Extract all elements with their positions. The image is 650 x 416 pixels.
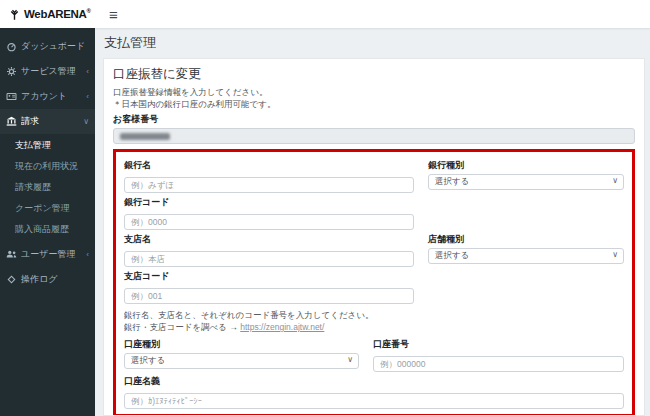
sidebar-item-dashboard[interactable]: ダッシュボード: [0, 34, 95, 59]
customer-number-field: [113, 128, 635, 144]
sidebar-item-billing-history[interactable]: 請求履歴: [0, 177, 95, 198]
sidebar-item-services[interactable]: サービス管理 ‹: [0, 59, 95, 84]
form-instruction-domestic: ＊日本国内の銀行口座のみ利用可能です。: [113, 98, 635, 110]
chevron-down-icon: ∨: [612, 176, 618, 185]
sidebar-item-billing[interactable]: 請求 ∨: [0, 109, 95, 134]
bank-type-selected-value: 選択する: [435, 176, 469, 188]
chevron-left-icon: ‹: [86, 92, 90, 101]
account-holder-label: 口座名義: [124, 375, 624, 388]
bank-type-label: 銀行種別: [428, 159, 624, 172]
sidebar-item-label: 請求: [21, 115, 79, 128]
branch-type-label: 店舗種別: [428, 233, 624, 246]
sidebar-item-label: 操作ログ: [21, 273, 90, 286]
top-bar: WebARENA® ≡: [0, 0, 650, 28]
sidebar-item-operation-log[interactable]: 操作ログ: [0, 267, 95, 292]
account-type-select[interactable]: 選択する ∨: [124, 353, 359, 369]
account-holder-input[interactable]: [124, 393, 624, 409]
account-number-input[interactable]: [373, 356, 624, 372]
chevron-down-icon: ∨: [612, 250, 618, 259]
branch-name-label: 支店名: [124, 233, 414, 246]
sidebar-item-label: ユーザー管理: [21, 248, 82, 261]
page-title: 支払管理: [103, 31, 645, 58]
webarena-tree-icon: [8, 7, 21, 21]
sidebar-item-user-management[interactable]: ユーザー管理 ‹: [0, 242, 95, 267]
branch-code-input[interactable]: [124, 288, 414, 304]
billing-submenu: 支払管理 現在の利用状況 請求履歴 クーポン管理 購入商品履歴: [0, 134, 95, 242]
brand-name: WebARENA®: [24, 8, 91, 20]
account-number-label: 口座番号: [373, 338, 624, 351]
branch-name-input[interactable]: [124, 251, 414, 267]
id-card-icon: [6, 91, 17, 102]
customer-number-label: お客様番号: [113, 113, 635, 126]
cogs-icon: [6, 66, 17, 77]
account-type-label: 口座種別: [124, 338, 359, 351]
sidebar-item-label: サービス管理: [21, 65, 82, 78]
branch-code-label: 支店コード: [124, 270, 414, 283]
branch-type-select[interactable]: 選択する ∨: [428, 248, 624, 264]
chevron-down-icon: ∨: [347, 355, 353, 364]
sidebar: ダッシュボード サービス管理 ‹ アカウント ‹ 請求: [0, 28, 95, 416]
bank-name-label: 銀行名: [124, 159, 414, 172]
code-entry-note: 銀行名、支店名と、それぞれのコード番号を入力してください。: [124, 309, 624, 321]
code-lookup-line: 銀行・支店コードを調べる → https://zengin.ajtw.net/: [124, 321, 624, 333]
application-window: WebARENA® ≡ ダッシュボード サービス管理 ‹: [0, 0, 650, 416]
sidebar-item-current-usage[interactable]: 現在の利用状況: [0, 156, 95, 177]
code-lookup-label: 銀行・支店コードを調べる →: [124, 322, 238, 332]
brand-logo: WebARENA®: [0, 7, 95, 21]
chevron-left-icon: ‹: [86, 67, 90, 76]
highlight-annotation-box: 銀行名 銀行種別 選択する ∨ 銀行コード: [113, 149, 635, 416]
sidebar-item-coupon-management[interactable]: クーポン管理: [0, 198, 95, 219]
account-type-selected-value: 選択する: [131, 355, 165, 367]
payment-form-card: 口座振替に変更 口座振替登録情報を入力してください。 ＊日本国内の銀行口座のみ利…: [103, 58, 645, 416]
sidebar-item-label: アカウント: [21, 90, 82, 103]
bank-type-select[interactable]: 選択する ∨: [428, 174, 624, 190]
tachometer-icon: [6, 41, 17, 52]
redacted-value: [120, 133, 170, 140]
hamburger-menu-icon[interactable]: ≡: [109, 7, 118, 22]
main-content: 支払管理 口座振替に変更 口座振替登録情報を入力してください。 ＊日本国内の銀行…: [95, 28, 650, 416]
zengin-code-link[interactable]: https://zengin.ajtw.net/: [240, 322, 324, 332]
section-heading: 口座振替に変更: [113, 66, 635, 83]
bank-code-input[interactable]: [124, 214, 414, 230]
sidebar-item-account[interactable]: アカウント ‹: [0, 84, 95, 109]
sidebar-item-purchase-history[interactable]: 購入商品履歴: [0, 219, 95, 240]
form-instruction: 口座振替登録情報を入力してください。: [113, 86, 635, 98]
branch-type-selected-value: 選択する: [435, 250, 469, 262]
operation-log-icon: [6, 274, 17, 285]
chevron-down-icon: ∨: [83, 117, 90, 126]
sidebar-item-label: ダッシュボード: [21, 40, 90, 53]
sidebar-item-payment-management[interactable]: 支払管理: [0, 135, 95, 156]
users-icon: [6, 249, 17, 260]
bank-code-label: 銀行コード: [124, 196, 414, 209]
bank-name-input[interactable]: [124, 177, 414, 193]
chevron-left-icon: ‹: [86, 250, 90, 259]
bank-icon: [6, 116, 17, 127]
